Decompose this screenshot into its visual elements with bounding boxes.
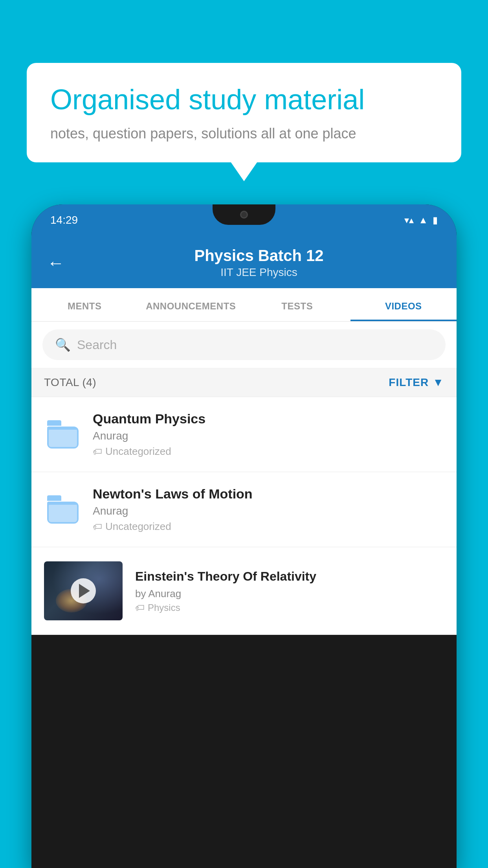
signal-icon: ▲ [418, 215, 428, 226]
play-button[interactable] [71, 578, 96, 603]
tab-ments[interactable]: MENTS [31, 288, 138, 321]
tag-label: Physics [148, 602, 180, 613]
content-area: Quantum Physics Anurag 🏷 Uncategorized N… [31, 397, 457, 635]
tab-videos[interactable]: VIDEOS [350, 288, 457, 321]
tab-announcements[interactable]: ANNOUNCEMENTS [138, 288, 244, 321]
list-item[interactable]: Newton's Laws of Motion Anurag 🏷 Uncateg… [31, 472, 457, 547]
status-time: 14:29 [50, 214, 78, 226]
video-tag: 🏷 Uncategorized [93, 520, 444, 533]
speech-bubble: Organised study material notes, question… [27, 63, 461, 162]
video-tag: 🏷 Physics [135, 602, 444, 613]
header-subtitle: IIT JEE Physics [77, 266, 441, 279]
video-title: Quantum Physics [93, 411, 444, 427]
speech-bubble-title: Organised study material [50, 83, 438, 116]
tag-label: Uncategorized [105, 445, 171, 458]
video-author: by Anurag [135, 588, 444, 600]
tag-icon: 🏷 [93, 446, 102, 457]
phone-notch [213, 204, 275, 225]
video-title: Einstein's Theory Of Relativity [135, 568, 444, 585]
search-input[interactable]: Search [77, 338, 117, 352]
tag-icon: 🏷 [135, 602, 145, 613]
status-bar: 14:29 ▾▴ ▲ ▮ [31, 204, 457, 236]
video-thumbnail[interactable] [44, 561, 123, 620]
video-item-info: Newton's Laws of Motion Anurag 🏷 Uncateg… [93, 486, 444, 533]
header-title-group: Physics Batch 12 IIT JEE Physics [77, 247, 441, 279]
video-item-info: Quantum Physics Anurag 🏷 Uncategorized [93, 411, 444, 458]
app-header: ← Physics Batch 12 IIT JEE Physics [31, 236, 457, 288]
folder-icon [44, 491, 82, 528]
list-item[interactable]: Quantum Physics Anurag 🏷 Uncategorized [31, 397, 457, 472]
filter-button[interactable]: FILTER ▼ [389, 376, 444, 389]
total-count-label: TOTAL (4) [44, 376, 96, 389]
speech-bubble-subtitle: notes, question papers, solutions all at… [50, 125, 438, 142]
video-item-info: Einstein's Theory Of Relativity by Anura… [134, 568, 444, 614]
tag-label: Uncategorized [105, 520, 171, 533]
search-icon: 🔍 [55, 337, 71, 352]
status-icons: ▾▴ ▲ ▮ [404, 215, 438, 226]
video-author: Anurag [93, 430, 444, 442]
filter-icon: ▼ [433, 376, 444, 389]
tabs-bar: MENTS ANNOUNCEMENTS TESTS VIDEOS [31, 288, 457, 322]
speech-bubble-container: Organised study material notes, question… [27, 63, 461, 162]
wifi-icon: ▾▴ [404, 215, 414, 226]
search-input-wrap[interactable]: 🔍 Search [42, 329, 446, 360]
search-container: 🔍 Search [31, 322, 457, 368]
phone-camera [240, 211, 248, 219]
list-item[interactable]: Einstein's Theory Of Relativity by Anura… [31, 547, 457, 635]
filter-label: FILTER [389, 376, 429, 389]
folder-icon [44, 416, 82, 453]
tab-tests[interactable]: TESTS [244, 288, 350, 321]
tag-icon: 🏷 [93, 521, 102, 532]
video-title: Newton's Laws of Motion [93, 486, 444, 502]
video-author: Anurag [93, 505, 444, 517]
play-icon [79, 584, 90, 598]
battery-icon: ▮ [433, 215, 438, 226]
filter-row: TOTAL (4) FILTER ▼ [31, 368, 457, 397]
video-tag: 🏷 Uncategorized [93, 445, 444, 458]
phone-frame: 14:29 ▾▴ ▲ ▮ ← Physics Batch 12 IIT JEE … [31, 204, 457, 868]
back-button[interactable]: ← [47, 253, 64, 273]
header-title: Physics Batch 12 [77, 247, 441, 265]
